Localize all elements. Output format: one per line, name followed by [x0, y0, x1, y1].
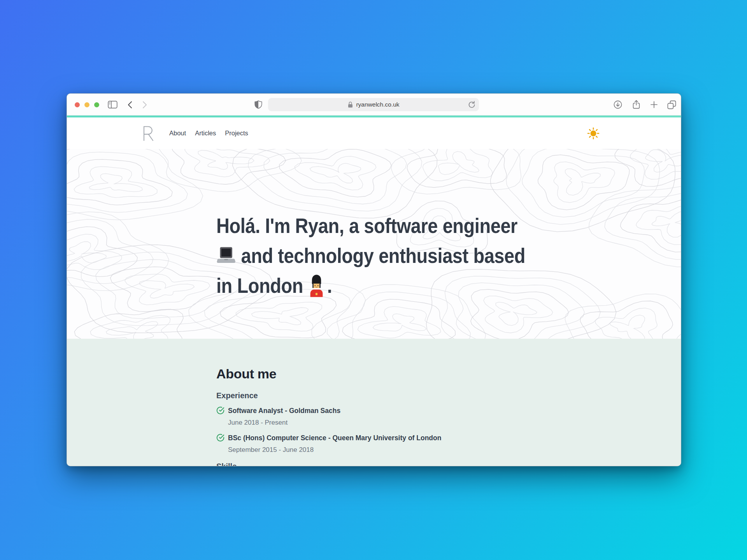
new-tab-icon[interactable]	[649, 94, 659, 116]
experience-item: Software Analyst - Goldman Sachs June 20…	[216, 406, 681, 427]
browser-window: ryanwelch.co.uk	[67, 93, 681, 466]
experience-heading: Experience	[216, 391, 681, 400]
experience-item-title: BSc (Hons) Computer Science - Queen Mary…	[228, 433, 681, 443]
experience-item-date: September 2015 - June 2018	[228, 446, 681, 454]
download-icon[interactable]	[613, 94, 623, 116]
theme-toggle-button[interactable]	[587, 127, 600, 140]
main-nav: About Articles Projects	[169, 130, 248, 137]
tab-overview-icon[interactable]	[666, 94, 677, 116]
zoom-button[interactable]	[94, 102, 99, 107]
hero-section: Holá. I'm Ryan, a software engineer and …	[67, 149, 681, 339]
close-button[interactable]	[75, 102, 80, 107]
refresh-icon[interactable]	[468, 101, 475, 108]
experience-item: BSc (Hons) Computer Science - Queen Mary…	[216, 433, 681, 454]
about-title: About me	[216, 367, 681, 381]
site-logo[interactable]	[142, 126, 154, 141]
guardsman-emoji	[308, 273, 325, 298]
nav-link-about[interactable]: About	[169, 130, 186, 137]
nav-link-articles[interactable]: Articles	[195, 130, 216, 137]
browser-toolbar: ryanwelch.co.uk	[67, 94, 681, 116]
experience-item-title: Software Analyst - Goldman Sachs	[228, 406, 681, 415]
nav-link-projects[interactable]: Projects	[225, 130, 248, 137]
address-bar[interactable]: ryanwelch.co.uk	[268, 98, 479, 111]
skills-heading: Skills	[216, 462, 681, 466]
laptop-emoji	[216, 247, 236, 264]
experience-item-date: June 2018 - Present	[228, 418, 681, 427]
sidebar-toggle-icon[interactable]	[107, 94, 118, 116]
back-icon[interactable]	[125, 94, 135, 116]
webpage: About Articles Projects	[67, 116, 681, 466]
check-circle-icon	[216, 434, 224, 442]
hero-heading: Holá. I'm Ryan, a software engineer and …	[216, 210, 555, 300]
about-section: About me Experience Software Analyst - G…	[67, 339, 681, 466]
minimize-button[interactable]	[84, 102, 89, 107]
url-text: ryanwelch.co.uk	[356, 101, 399, 108]
lock-icon	[347, 101, 353, 108]
share-icon[interactable]	[631, 94, 641, 116]
privacy-shield-icon[interactable]	[253, 94, 263, 116]
forward-icon[interactable]	[140, 94, 149, 116]
site-header: About Articles Projects	[67, 117, 681, 149]
check-circle-icon	[216, 406, 224, 415]
sun-icon	[587, 127, 600, 140]
